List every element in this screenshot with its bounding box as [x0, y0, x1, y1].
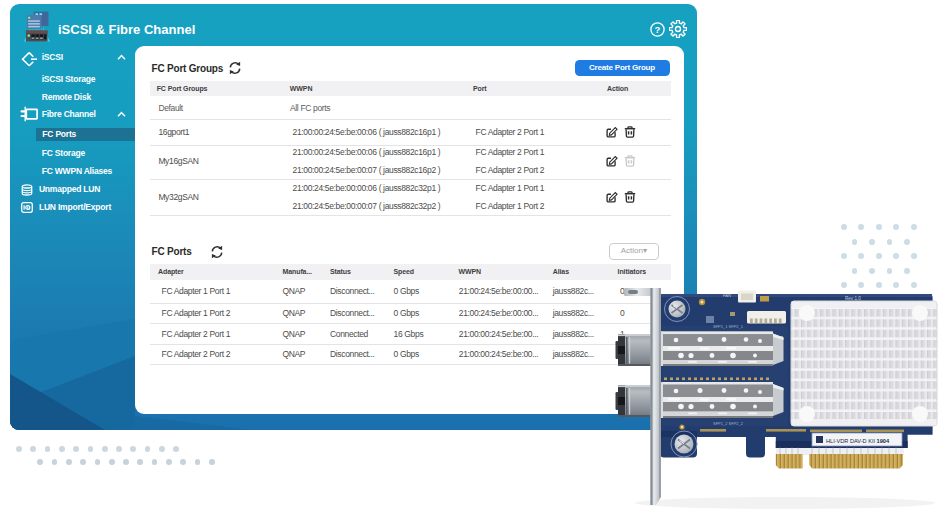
svg-text:Rev:1.0: Rev:1.0 [845, 296, 861, 301]
svg-text:?: ? [654, 23, 660, 34]
svg-text:SFP1_1 SFP2_1: SFP1_1 SFP2_1 [713, 324, 744, 329]
svg-text:HLI-VDR DAV-D KII 1904: HLI-VDR DAV-D KII 1904 [826, 438, 890, 444]
svg-text:FAN: FAN [723, 293, 731, 298]
svg-text:SFP1_2 SFP2_2: SFP1_2 SFP2_2 [713, 421, 744, 426]
